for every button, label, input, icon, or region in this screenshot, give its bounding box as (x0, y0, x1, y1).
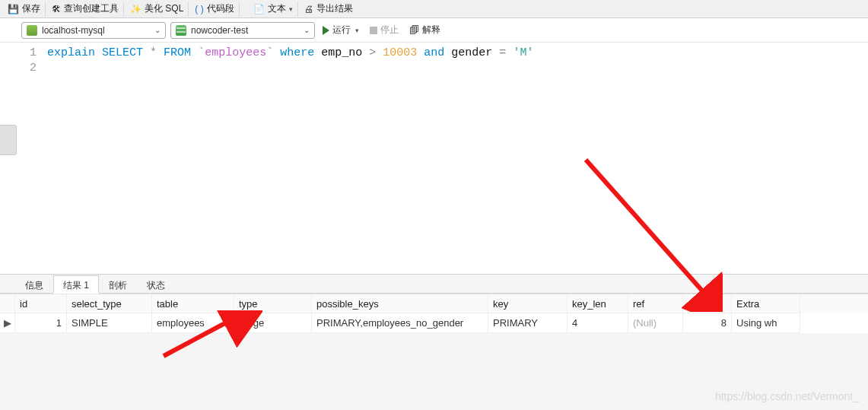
beautify-label: 美化 SQL (145, 2, 183, 15)
save-label: 保存 (22, 2, 40, 15)
editor-gutter: 1 2 (0, 43, 43, 274)
cell-ref[interactable]: (Null) (628, 313, 683, 333)
stop-button: 停止 (367, 22, 402, 38)
run-button[interactable]: 运行 ▾ (320, 22, 362, 38)
connection-icon (27, 25, 37, 36)
connection-dropdown[interactable]: localhost-mysql ⌄ (21, 22, 166, 39)
chevron-down-icon: ▾ (289, 5, 293, 13)
col-header[interactable]: key_len (568, 294, 628, 313)
cell-possible-keys[interactable]: PRIMARY,employees_no_gender (312, 313, 488, 333)
kw: FROM (164, 46, 191, 59)
col-header[interactable]: type (234, 294, 312, 313)
str: 'M' (513, 46, 533, 59)
cell-id[interactable]: 1 (15, 313, 67, 333)
export-label: 导出结果 (316, 2, 353, 15)
sql-editor[interactable]: 1 2 explain SELECT * FROM `employees` wh… (0, 43, 868, 274)
col-header[interactable]: rows (683, 294, 732, 313)
chevron-down-icon: ⌄ (304, 26, 310, 34)
op: > (369, 46, 376, 59)
connection-value: localhost-mysql (42, 25, 150, 36)
play-icon (323, 26, 329, 35)
chevron-down-icon: ⌄ (154, 26, 161, 34)
stop-icon (370, 27, 377, 34)
cell-select-type[interactable]: SIMPLE (67, 313, 152, 333)
left-panel-handle[interactable] (0, 125, 17, 155)
explain-button[interactable]: 🗐 解释 (406, 22, 444, 38)
snippet-icon: ( ) (195, 4, 203, 14)
export-icon: 🖨 (304, 4, 313, 14)
row-handle-header (0, 294, 15, 313)
table-header: id select_type table type possible_keys … (0, 294, 868, 313)
query-tool-button[interactable]: 🛠 查询创建工具 (47, 2, 124, 17)
op: * (150, 46, 157, 59)
num: 10003 (383, 46, 417, 59)
row-handle[interactable]: ▶ (0, 313, 15, 333)
snippet-label: 代码段 (207, 2, 234, 15)
col: emp_no (321, 46, 362, 59)
kw: SELECT (102, 46, 143, 59)
col-header[interactable]: id (15, 294, 67, 313)
database-value: nowcoder-test (191, 25, 299, 36)
chevron-down-icon: ▾ (355, 27, 359, 34)
col-header[interactable]: possible_keys (312, 294, 488, 313)
line-number: 2 (3, 61, 37, 76)
op: = (499, 46, 506, 59)
col-header[interactable]: ref (628, 294, 683, 313)
query-tool-label: 查询创建工具 (64, 2, 119, 15)
col-header[interactable]: key (488, 294, 568, 313)
database-icon (176, 25, 186, 36)
text-button[interactable]: 📄 文本 ▾ (249, 2, 298, 17)
col-header[interactable]: select_type (67, 294, 152, 313)
save-button[interactable]: 💾 保存 (3, 2, 46, 17)
cell-rows[interactable]: 8 (683, 313, 732, 333)
result-grid[interactable]: id select_type table type possible_keys … (0, 294, 868, 333)
text-icon: 📄 (253, 4, 265, 14)
col-header[interactable]: table (152, 294, 234, 313)
tbl: `employees` (198, 46, 273, 59)
stop-label: 停止 (380, 24, 399, 37)
tab-status[interactable]: 状态 (137, 275, 175, 294)
tab-info[interactable]: 信息 (15, 275, 53, 294)
beautify-sql-button[interactable]: ✨ 美化 SQL (126, 2, 189, 17)
database-dropdown[interactable]: nowcoder-test ⌄ (170, 22, 315, 39)
query-tool-icon: 🛠 (52, 4, 61, 14)
text-label: 文本 (268, 2, 286, 15)
beautify-icon: ✨ (130, 4, 141, 14)
kw: where (280, 46, 314, 59)
cell-type[interactable]: range (234, 313, 312, 333)
col: gender (451, 46, 492, 59)
tab-profile[interactable]: 剖析 (99, 275, 137, 294)
snippet-button[interactable]: ( ) 代码段 (190, 2, 239, 17)
col-header[interactable]: Extra (732, 294, 800, 313)
explain-icon: 🗐 (409, 24, 419, 36)
run-label: 运行 (332, 24, 351, 37)
watermark: https://blog.csdn.net/Vermont_ (715, 390, 859, 402)
save-icon: 💾 (8, 4, 19, 14)
line-number: 1 (3, 46, 37, 61)
cell-key[interactable]: PRIMARY (488, 313, 568, 333)
editor-code[interactable]: explain SELECT * FROM `employees` where … (43, 43, 538, 274)
cell-key-len[interactable]: 4 (568, 313, 628, 333)
cell-table[interactable]: employees (152, 313, 234, 333)
kw: and (424, 46, 444, 59)
cell-extra[interactable]: Using wh (732, 313, 800, 333)
export-button[interactable]: 🖨 导出结果 (300, 2, 358, 17)
result-tabs: 信息 结果 1 剖析 状态 (0, 274, 868, 294)
kw: explain (47, 46, 95, 59)
explain-label: 解释 (422, 24, 440, 37)
table-row[interactable]: ▶ 1 SIMPLE employees range PRIMARY,emplo… (0, 313, 868, 333)
tab-result[interactable]: 结果 1 (53, 275, 99, 294)
